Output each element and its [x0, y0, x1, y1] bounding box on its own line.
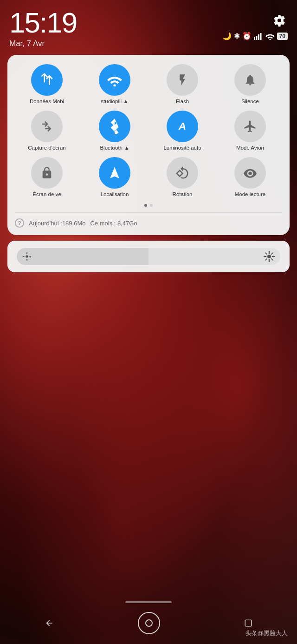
brightness-panel: [7, 241, 290, 272]
svg-rect-2: [258, 34, 259, 40]
watermark: 头条@黑脸大人: [245, 629, 288, 637]
svg-line-14: [265, 253, 267, 255]
brightness-slider[interactable]: [17, 248, 280, 265]
rotation-label: Rotation: [173, 191, 193, 198]
brightness-low-icon: [22, 252, 32, 261]
brightness-icons: [17, 248, 280, 265]
gear-icon: [273, 14, 286, 27]
screenshot-circle: [31, 111, 63, 142]
screen-lock-circle: [31, 157, 63, 189]
data-info-icon: ?: [15, 218, 24, 228]
tile-mobile-data[interactable]: Données Mobi: [15, 64, 79, 105]
svg-point-4: [26, 256, 28, 258]
control-center-panel: Données Mobi studiopill ▲ Flash: [7, 55, 290, 235]
wifi-circle: [99, 64, 130, 96]
tile-flash[interactable]: Flash: [150, 64, 214, 105]
location-circle: [99, 157, 130, 189]
nav-bar: [0, 607, 297, 644]
time-date: 15:19 Mar, 7 Avr: [9, 8, 77, 48]
nav-back-button[interactable]: [40, 614, 58, 632]
tile-screen-lock[interactable]: Écran de ve: [15, 157, 79, 198]
svg-line-15: [271, 259, 273, 260]
svg-point-9: [267, 255, 271, 258]
auto-brightness-circle: A: [167, 111, 198, 142]
bluetooth-label: Bluetooth ▲: [100, 145, 129, 151]
silence-circle: [234, 64, 266, 96]
reading-circle: [234, 157, 266, 189]
tile-auto-brightness[interactable]: A Luminosité auto: [150, 111, 214, 151]
bluetooth-circle: [99, 111, 130, 142]
alarm-icon: ⏰: [242, 32, 252, 40]
date: Mar, 7 Avr: [9, 39, 77, 48]
tile-location[interactable]: Localisation: [83, 157, 147, 198]
brightness-high-icon: [264, 251, 275, 262]
svg-rect-18: [245, 620, 252, 626]
status-bar: 15:19 Mar, 7 Avr 🌙 ✱ ⏰: [0, 0, 297, 48]
signal-icon: [254, 33, 263, 40]
tile-screenshot[interactable]: Capture d'écran: [15, 111, 79, 151]
mobile-data-label: Données Mobi: [30, 99, 64, 105]
wifi-status-icon: [265, 33, 275, 40]
reading-label: Mode lecture: [235, 191, 265, 198]
svg-line-17: [271, 253, 273, 255]
nav-home-button[interactable]: [138, 612, 160, 634]
svg-rect-3: [260, 33, 261, 40]
rotation-circle: [167, 157, 198, 189]
airplane-label: Mode Avion: [236, 145, 264, 151]
mobile-data-circle: [31, 64, 63, 96]
svg-rect-1: [256, 36, 257, 40]
dot-2[interactable]: [150, 204, 153, 207]
flash-circle: [167, 64, 198, 96]
tiles-grid: Données Mobi studiopill ▲ Flash: [15, 64, 282, 197]
moon-icon: 🌙: [222, 32, 232, 40]
wifi-label: studiopill ▲: [101, 99, 128, 105]
svg-line-16: [265, 259, 267, 260]
silence-label: Silence: [241, 99, 259, 105]
bluetooth-status-icon: ✱: [234, 32, 240, 40]
data-month: Ce mois : 8,47Go: [90, 220, 137, 227]
screenshot-label: Capture d'écran: [28, 145, 65, 151]
tile-rotation[interactable]: Rotation: [150, 157, 214, 198]
tile-silence[interactable]: Silence: [218, 64, 282, 105]
tile-wifi[interactable]: studiopill ▲: [83, 64, 147, 105]
data-today: Aujourd'hui :189,6Mo: [29, 220, 85, 227]
clock: 15:19: [9, 8, 77, 37]
location-label: Localisation: [101, 191, 129, 198]
tile-bluetooth[interactable]: Bluetooth ▲: [83, 111, 147, 151]
status-right: 🌙 ✱ ⏰ 70: [222, 8, 288, 40]
status-icons: 🌙 ✱ ⏰ 70: [222, 32, 288, 40]
home-bar: [125, 601, 172, 603]
svg-rect-0: [254, 37, 255, 40]
tile-reading[interactable]: Mode lecture: [218, 157, 282, 198]
airplane-circle: [234, 111, 266, 142]
data-usage-row: ? Aujourd'hui :189,6Mo Ce mois : 8,47Go: [15, 212, 282, 228]
battery-icon: 70: [277, 33, 288, 40]
dot-1[interactable]: [144, 204, 147, 207]
pagination-dots: [15, 204, 282, 207]
tile-airplane[interactable]: Mode Avion: [218, 111, 282, 151]
auto-brightness-label: Luminosité auto: [163, 145, 201, 151]
screen-lock-label: Écran de ve: [32, 191, 61, 198]
settings-button[interactable]: [271, 12, 288, 29]
flash-label: Flash: [176, 99, 189, 105]
